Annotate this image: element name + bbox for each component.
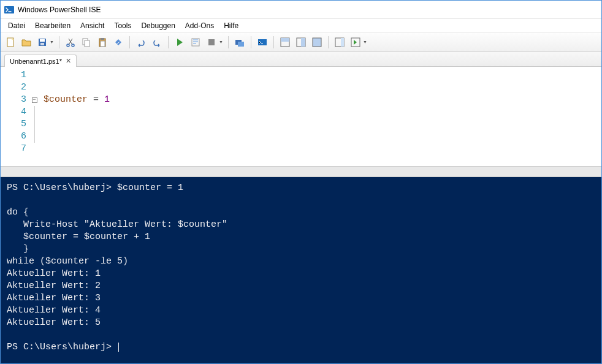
powershell-tab-button[interactable] [255, 35, 270, 50]
undo-button[interactable] [134, 35, 148, 50]
app-icon [4, 5, 14, 15]
run-selection-button[interactable] [188, 35, 203, 50]
title-bar: Windows PowerShell ISE [1, 1, 601, 19]
separator [273, 36, 274, 48]
clear-button[interactable] [111, 35, 126, 50]
pane-splitter[interactable] [1, 166, 601, 177]
svg-rect-4 [40, 43, 44, 45]
menu-datei[interactable]: Datei [3, 20, 30, 31]
svg-rect-21 [313, 38, 321, 47]
fold-column: − [30, 69, 39, 164]
svg-point-5 [67, 44, 69, 47]
toolbar: ▼ ▼ ▼ [1, 32, 601, 52]
remote-button[interactable] [232, 35, 247, 50]
menu-bar: Datei Bearbeiten Ansicht Tools Debuggen … [1, 19, 601, 32]
svg-rect-11 [101, 41, 105, 47]
svg-rect-18 [281, 38, 289, 42]
separator [251, 36, 251, 48]
show-command-addon-button[interactable] [332, 35, 347, 50]
line-gutter: 1 2 3 4 5 6 7 [1, 69, 30, 164]
menu-addons[interactable]: Add-Ons [180, 20, 219, 31]
menu-bearbeiten[interactable]: Bearbeiten [30, 20, 75, 31]
paste-button[interactable] [95, 35, 110, 50]
cut-button[interactable] [63, 35, 78, 50]
svg-rect-10 [101, 38, 104, 40]
console-pane[interactable]: PS C:\Users\huberj> $counter = 1 do { Wr… [1, 177, 601, 363]
script-editor[interactable]: 1 2 3 4 5 6 7 − $counter = 1 do { Write-… [1, 67, 601, 166]
svg-rect-15 [238, 42, 244, 47]
tab-bar: Unbenannt1.ps1* ✕ [1, 52, 601, 67]
copy-button[interactable] [79, 35, 94, 50]
save-dropdown[interactable]: ▼ [50, 40, 54, 44]
toolbar-overflow[interactable]: ▼ [363, 40, 367, 44]
tab-close-button[interactable]: ✕ [66, 57, 71, 65]
layout-script-right-button[interactable] [294, 35, 308, 50]
console-output: PS C:\Users\huberj> $counter = 1 do { Wr… [7, 183, 227, 352]
console-cursor [118, 343, 119, 352]
menu-hilfe[interactable]: Hilfe [219, 20, 243, 31]
svg-rect-23 [341, 38, 344, 47]
separator [228, 36, 229, 48]
svg-rect-20 [301, 38, 305, 47]
menu-tools[interactable]: Tools [109, 20, 136, 31]
svg-point-6 [72, 44, 74, 47]
fold-toggle[interactable]: − [32, 97, 37, 103]
layout-script-max-button[interactable] [310, 35, 324, 50]
new-button[interactable] [3, 35, 18, 50]
svg-rect-8 [85, 40, 90, 47]
separator [168, 36, 169, 48]
svg-rect-0 [4, 6, 14, 13]
menu-debuggen[interactable]: Debuggen [136, 20, 180, 31]
run-button[interactable] [172, 35, 187, 50]
separator [59, 36, 59, 48]
separator [129, 36, 130, 48]
stop-dropdown[interactable]: ▼ [219, 40, 223, 44]
script-tab[interactable]: Unbenannt1.ps1* ✕ [4, 55, 77, 67]
code-area[interactable]: $counter = 1 do { Write-Host "Aktueller … [39, 69, 270, 164]
tab-label: Unbenannt1.ps1* [10, 58, 62, 65]
svg-rect-13 [208, 39, 215, 45]
separator [328, 36, 329, 48]
show-command-button[interactable] [348, 35, 363, 50]
open-button[interactable] [19, 35, 34, 50]
layout-script-top-button[interactable] [278, 35, 292, 50]
window-title: Windows PowerShell ISE [18, 6, 101, 14]
svg-rect-3 [40, 39, 45, 42]
save-button[interactable] [35, 35, 50, 50]
stop-button[interactable] [204, 35, 219, 50]
redo-button[interactable] [150, 35, 164, 50]
menu-ansicht[interactable]: Ansicht [75, 20, 109, 31]
